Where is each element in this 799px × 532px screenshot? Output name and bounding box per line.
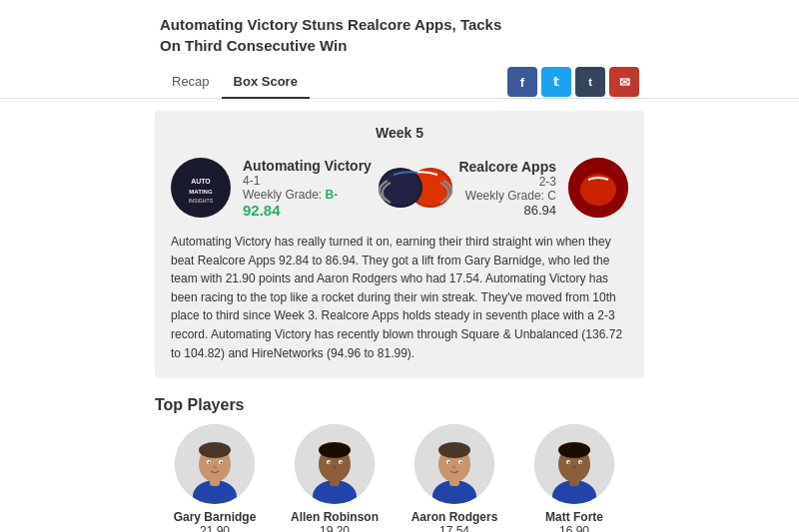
team2-block: Realcore Apps 2-3 Weekly Grade: C 86.94	[458, 158, 628, 218]
player-name: Allen Robinson	[291, 510, 379, 524]
tab-recap[interactable]: Recap	[160, 66, 222, 99]
svg-text:MATING: MATING	[189, 189, 213, 195]
svg-point-19	[213, 466, 217, 469]
team1-block: AUTO MATING INSIGHTS Automating Victory …	[171, 158, 372, 219]
player-avatar	[534, 424, 614, 504]
svg-text:INSIGHTS: INSIGHTS	[189, 198, 214, 204]
team2-name: Realcore Apps	[458, 159, 556, 175]
svg-point-14	[199, 442, 231, 458]
team2-record: 2-3	[458, 175, 556, 189]
svg-point-18	[221, 462, 223, 464]
svg-point-49	[572, 466, 576, 469]
svg-point-27	[329, 462, 331, 464]
svg-point-28	[341, 462, 343, 464]
player-score: 16.90	[559, 524, 589, 532]
team1-logo: AUTO MATING INSIGHTS	[171, 158, 231, 218]
helmets-graphic	[376, 153, 455, 223]
twitter-button[interactable]: 𝕥	[541, 67, 571, 97]
svg-point-48	[580, 462, 582, 464]
social-icons: f 𝕥 t ✉	[507, 67, 639, 97]
top-players-title: Top Players	[155, 396, 644, 414]
players-row: Gary Barnidge 21.90	[155, 424, 644, 532]
player-block: Gary Barnidge 21.90	[155, 424, 275, 532]
tumblr-button[interactable]: t	[575, 67, 605, 97]
matchup-card: Week 5 AUTO MATING INSIGHTS Automating V…	[155, 111, 644, 378]
player-name: Gary Barnidge	[174, 510, 257, 524]
team1-record: 4-1	[243, 174, 372, 188]
facebook-button[interactable]: f	[507, 67, 537, 97]
page-headline: Automating Victory Stuns Realcore Apps, …	[0, 0, 799, 66]
svg-point-34	[438, 442, 470, 458]
player-score: 19.20	[320, 524, 350, 532]
tabs-left: Recap Box Score	[160, 66, 310, 98]
main-content: Week 5 AUTO MATING INSIGHTS Automating V…	[0, 111, 799, 532]
team1-info: Automating Victory 4-1 Weekly Grade: B- …	[243, 158, 372, 219]
player-name: Matt Forte	[545, 510, 603, 524]
tabs-bar: Recap Box Score f 𝕥 t ✉	[0, 66, 799, 99]
vs-divider	[376, 153, 455, 223]
team1-grade-line: Weekly Grade: B-	[243, 188, 372, 202]
svg-point-24	[319, 442, 351, 458]
team2-score: 86.94	[458, 203, 556, 218]
player-avatar	[175, 424, 255, 504]
player-block: Matt Forte 16.90	[514, 424, 634, 532]
player-block: Aaron Rodgers 17.54	[395, 424, 514, 532]
team1-score: 92.84	[243, 202, 372, 219]
email-button[interactable]: ✉	[609, 67, 639, 97]
teams-row: AUTO MATING INSIGHTS Automating Victory …	[171, 153, 628, 223]
team2-grade-line: Weekly Grade: C	[458, 189, 556, 203]
svg-point-47	[568, 462, 570, 464]
player-score: 21.90	[200, 524, 230, 532]
week-label: Week 5	[171, 125, 628, 141]
tab-boxscore[interactable]: Box Score	[222, 66, 310, 99]
player-avatar	[295, 424, 375, 504]
svg-point-39	[452, 466, 456, 469]
team2-grade: C	[547, 189, 556, 203]
matchup-description: Automating Victory has really turned it …	[171, 233, 628, 362]
svg-point-38	[460, 462, 462, 464]
svg-point-37	[448, 462, 450, 464]
player-avatar	[414, 424, 494, 504]
svg-point-29	[333, 466, 337, 469]
team1-grade: B-	[326, 188, 339, 202]
team2-info: Realcore Apps 2-3 Weekly Grade: C 86.94	[458, 159, 556, 218]
player-name: Aaron Rodgers	[411, 510, 498, 524]
team1-name: Automating Victory	[243, 158, 372, 174]
svg-point-44	[558, 442, 590, 458]
svg-text:AUTO: AUTO	[191, 178, 211, 185]
player-score: 17.54	[439, 524, 469, 532]
svg-point-0	[175, 162, 227, 214]
team2-logo	[568, 158, 628, 218]
player-block: Allen Robinson 19.20	[275, 424, 395, 532]
svg-point-17	[209, 462, 211, 464]
